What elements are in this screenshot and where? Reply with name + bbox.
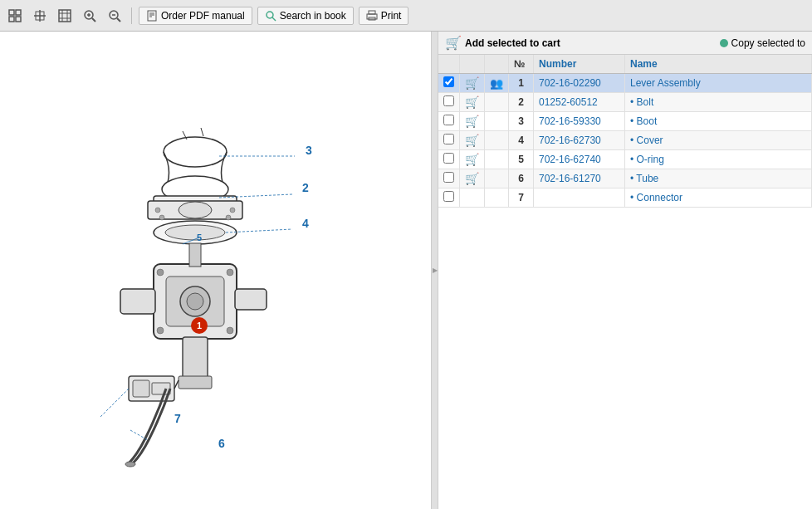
row-part-name[interactable]: • Connector — [625, 188, 812, 208]
table-row: 🛒3702-16-59330• Boot — [438, 112, 812, 131]
group-icon-sm[interactable]: 👥 — [490, 77, 503, 90]
row-part-name[interactable]: • Tube — [625, 169, 812, 188]
cart-icon-sm[interactable]: 🛒 — [465, 115, 479, 128]
row-cart-icon-cell: 🛒 — [460, 150, 485, 169]
svg-point-39 — [226, 215, 231, 220]
svg-point-45 — [187, 293, 203, 310]
row-checkbox[interactable] — [443, 115, 454, 125]
svg-rect-25 — [369, 11, 375, 14]
svg-rect-3 — [16, 17, 21, 22]
row-seq-num: 2 — [509, 93, 534, 112]
panel-splitter[interactable] — [432, 32, 438, 509]
row-checkbox[interactable] — [443, 95, 454, 106]
search-in-book-button[interactable]: Search in book — [257, 7, 354, 25]
row-group-icon-cell — [485, 169, 509, 188]
order-pdf-label: Order PDF manual — [161, 10, 245, 22]
expand-vertical-button[interactable] — [30, 6, 50, 26]
row-part-name[interactable]: Lever Assembly — [625, 74, 812, 93]
diagram-svg-element: 5 — [0, 32, 432, 509]
diagram-label-4: 4 — [302, 217, 309, 230]
diagram-label-3: 3 — [306, 144, 312, 157]
row-checkbox[interactable] — [443, 172, 454, 183]
order-pdf-button[interactable]: Order PDF manual — [139, 7, 252, 25]
row-cart-icon-cell: 🛒 — [460, 74, 485, 93]
row-checkbox[interactable] — [443, 191, 454, 202]
row-seq-num: 5 — [509, 150, 534, 169]
row-cart-icon-cell: 🛒 — [460, 112, 485, 131]
parts-table-wrapper: № Number Name 🛒👥1702-16-02290Lever Assem… — [438, 55, 812, 509]
svg-rect-53 — [183, 337, 208, 379]
row-cart-icon-cell — [460, 188, 485, 208]
row-part-name[interactable]: • Bolt — [625, 93, 812, 112]
table-row: 7• Connector — [438, 188, 812, 208]
diagram-label-7: 7 — [174, 412, 181, 425]
svg-rect-7 — [59, 10, 71, 22]
row-part-number[interactable]: 702-16-62740 — [534, 150, 625, 169]
cart-icon-sm[interactable]: 🛒 — [465, 76, 479, 90]
col-number: Number — [534, 55, 625, 74]
row-part-number[interactable]: 01252-60512 — [534, 93, 625, 112]
svg-text:5: 5 — [197, 232, 202, 242]
zoom-out-button[interactable] — [105, 6, 125, 26]
svg-point-36 — [155, 208, 160, 213]
svg-rect-56 — [133, 380, 149, 397]
table-header-row: № Number Name — [438, 55, 812, 74]
cart-icon-sm[interactable]: 🛒 — [465, 172, 479, 185]
svg-line-18 — [117, 18, 120, 22]
row-part-number[interactable]: 702-16-59330 — [534, 112, 625, 131]
parts-table: № Number Name 🛒👥1702-16-02290Lever Assem… — [438, 55, 812, 208]
col-group-icon — [485, 55, 509, 74]
expand-all-button[interactable] — [5, 6, 25, 26]
row-checkbox[interactable] — [443, 76, 454, 87]
cart-icon-sm[interactable]: 🛒 — [465, 95, 479, 109]
table-row: 🛒201252-60512• Bolt — [438, 93, 812, 112]
svg-point-38 — [159, 215, 164, 220]
toolbar: Order PDF manual Search in book Print — [0, 0, 812, 32]
svg-rect-19 — [148, 11, 156, 21]
col-checkbox — [438, 55, 460, 74]
svg-point-46 — [157, 269, 164, 276]
fit-button[interactable] — [55, 6, 75, 26]
svg-rect-1 — [16, 10, 21, 15]
row-checkbox[interactable] — [443, 153, 454, 164]
row-part-number[interactable]: 702-16-02290 — [534, 74, 625, 93]
row-part-number[interactable]: 702-16-61270 — [534, 169, 625, 188]
add-to-cart-label: 🛒 Add selected to cart — [445, 35, 560, 51]
row-part-number[interactable]: 702-16-62730 — [534, 131, 625, 150]
main-area: 5 3 2 4 6 7 1 🛒 Add selected to cart Cop… — [0, 32, 812, 509]
svg-rect-54 — [179, 376, 212, 389]
svg-point-59 — [125, 462, 135, 467]
svg-point-35 — [179, 202, 212, 218]
print-button[interactable]: Print — [359, 7, 409, 25]
svg-line-64 — [130, 430, 148, 440]
parts-table-header: 🛒 Add selected to cart Copy selected to — [438, 32, 812, 55]
svg-line-32 — [201, 128, 203, 136]
zoom-in-button[interactable] — [80, 6, 100, 26]
row-checkbox[interactable] — [443, 134, 454, 144]
row-part-name[interactable]: • Boot — [625, 112, 812, 131]
row-cart-icon-cell: 🛒 — [460, 93, 485, 112]
table-row: 🛒👥1702-16-02290Lever Assembly — [438, 74, 812, 93]
svg-point-29 — [164, 137, 227, 167]
col-name: Name — [625, 55, 812, 74]
table-row: 🛒6702-16-61270• Tube — [438, 169, 812, 188]
diagram-label-6: 6 — [218, 437, 225, 450]
green-dot-icon — [720, 39, 728, 47]
table-row: 🛒5702-16-62740• O-ring — [438, 150, 812, 169]
row-part-name[interactable]: • Cover — [625, 131, 812, 150]
svg-rect-0 — [9, 10, 14, 15]
row-group-icon-cell — [485, 112, 509, 131]
row-seq-num: 7 — [509, 188, 534, 208]
row-part-name[interactable]: • O-ring — [625, 150, 812, 169]
svg-line-63 — [100, 389, 129, 418]
cart-icon: 🛒 — [445, 35, 462, 51]
svg-rect-51 — [120, 289, 155, 314]
row-part-number — [534, 188, 625, 208]
cart-icon-sm[interactable]: 🛒 — [465, 153, 479, 166]
copy-selected-text: Copy selected to — [731, 37, 805, 49]
row-cart-icon-cell: 🛒 — [460, 131, 485, 150]
row-seq-num: 1 — [509, 74, 534, 93]
row-seq-num: 6 — [509, 169, 534, 188]
diagram-view[interactable]: 5 3 2 4 6 7 1 — [0, 32, 431, 509]
cart-icon-sm[interactable]: 🛒 — [465, 134, 479, 147]
